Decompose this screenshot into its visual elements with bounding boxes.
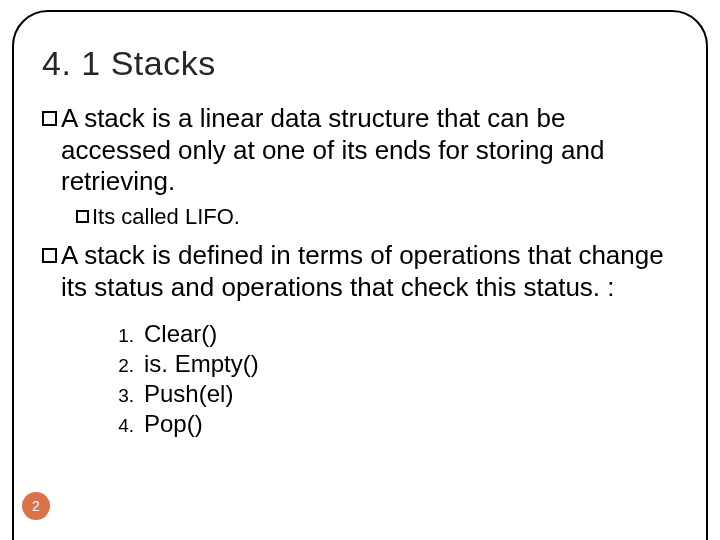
square-bullet-icon (42, 111, 57, 126)
slide-title: 4. 1 Stacks (42, 44, 680, 83)
page-number: 2 (32, 498, 40, 514)
page-number-badge: 2 (22, 492, 50, 520)
list-item: 3. Push(el) (106, 380, 680, 408)
list-text: is. Empty() (144, 350, 259, 378)
slide-content: 4. 1 Stacks A stack is a linear data str… (42, 44, 680, 440)
list-item: 4. Pop() (106, 410, 680, 438)
list-number: 2. (106, 355, 134, 377)
slide: 4. 1 Stacks A stack is a linear data str… (0, 0, 720, 540)
square-bullet-icon (76, 210, 89, 223)
operations-list: 1. Clear() 2. is. Empty() 3. Push(el) 4.… (106, 320, 680, 438)
list-number: 3. (106, 385, 134, 407)
sub-bullet-text: Its called LIFO. (92, 204, 240, 230)
square-bullet-icon (42, 248, 57, 263)
bullet-text: A stack is defined in terms of operation… (61, 240, 680, 303)
list-text: Pop() (144, 410, 203, 438)
list-text: Push(el) (144, 380, 233, 408)
sub-bullet-item: Its called LIFO. (76, 204, 680, 230)
list-text: Clear() (144, 320, 217, 348)
list-item: 2. is. Empty() (106, 350, 680, 378)
bullet-item: A stack is defined in terms of operation… (42, 240, 680, 303)
bullet-item: A stack is a linear data structure that … (42, 103, 680, 198)
list-number: 1. (106, 325, 134, 347)
list-number: 4. (106, 415, 134, 437)
list-item: 1. Clear() (106, 320, 680, 348)
bullet-text: A stack is a linear data structure that … (61, 103, 680, 198)
